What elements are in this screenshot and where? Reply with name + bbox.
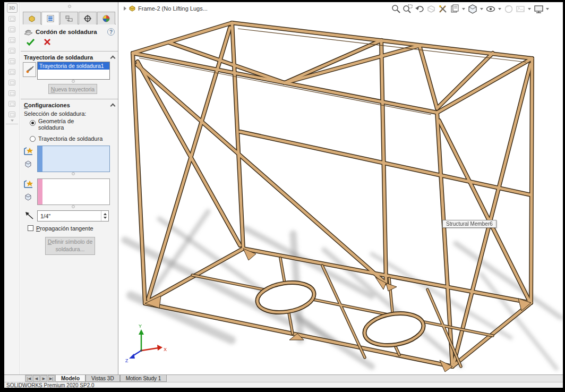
weldment-tool-icon <box>7 14 18 23</box>
tools-icon[interactable] <box>438 4 448 14</box>
first-tab-button[interactable]: |◀ <box>25 375 32 382</box>
status-bar: SOLIDWORKS Premium 2020 SP2.0 <box>4 382 563 388</box>
spin-up-icon[interactable] <box>104 213 107 215</box>
zoom-to-fit-icon[interactable] <box>391 4 401 14</box>
tab-featuremanager[interactable] <box>23 12 41 24</box>
active-selection-stripe <box>38 146 42 172</box>
tab-configurationmanager[interactable] <box>60 12 78 24</box>
weldment-tool-icon <box>7 88 18 98</box>
triad-x-label: X <box>164 347 167 352</box>
base-ring-2[interactable] <box>360 308 429 351</box>
prev-tab-button[interactable]: ◀ <box>33 375 40 382</box>
weldment-tool-icon <box>7 99 18 108</box>
dropdown-arrow-icon[interactable] <box>480 8 483 10</box>
orientation-triad: Y X Z <box>125 323 167 363</box>
hide-show-items-icon[interactable] <box>485 4 496 14</box>
structural-member-tooltip: Structural Member6 <box>442 220 496 228</box>
apply-scene-icon <box>515 4 526 14</box>
collapse-chevron-icon[interactable] <box>110 104 116 109</box>
solid-body-icon <box>23 192 33 202</box>
nueva-trayectoria-button: Nueva trayectoria <box>48 84 97 94</box>
smart-weld-selection-icon <box>23 180 34 189</box>
weldment-tool-icon <box>7 46 18 55</box>
previous-view-icon[interactable] <box>414 4 425 14</box>
spinner-arrows[interactable] <box>101 211 108 221</box>
group-label: Configuraciones <box>24 102 111 108</box>
seleccion-label: Selección de soldadura: <box>24 110 86 117</box>
configurationmanager-icon <box>65 14 73 23</box>
feature-tree-label[interactable]: Frame-2 (No Lifting Lugs... <box>138 5 208 12</box>
triad-z-label: Z <box>125 358 129 363</box>
group-header-trayectoria[interactable]: Trayectoria de soldadura <box>24 53 115 61</box>
weld-path-listbox[interactable]: Trayectoria de soldadura1 <box>37 62 110 80</box>
tab-modelo[interactable]: Modelo <box>55 375 85 382</box>
divider <box>21 51 118 52</box>
tangent-propagation-checkbox[interactable] <box>28 225 33 231</box>
weld-path-button[interactable] <box>23 62 36 77</box>
radio-trayectoria-label[interactable]: Trayectoria de soldadura <box>38 135 102 142</box>
selection-box-secondary[interactable] <box>37 178 110 205</box>
group-header-configuraciones[interactable]: Configuraciones <box>24 101 115 109</box>
view-orientation-icon[interactable] <box>467 4 478 14</box>
dropdown-arrow-icon[interactable] <box>462 8 465 10</box>
selection-box-faces[interactable] <box>37 146 110 172</box>
dimxpertmanager-icon <box>83 14 92 23</box>
graphics-viewport[interactable]: Y X Z Frame-2 (No Lifting Lugs... <box>119 2 563 374</box>
collapse-chevron-icon[interactable] <box>110 56 116 61</box>
radio-trayectoria[interactable] <box>30 136 36 142</box>
toolbar-flyout-arrow-icon <box>11 120 14 122</box>
divider <box>21 99 118 99</box>
frame-3d-model[interactable]: Y X Z <box>119 2 563 374</box>
solid-body-icon <box>23 159 33 169</box>
panel-splitter-grip[interactable] <box>68 5 71 8</box>
help-icon[interactable]: ? <box>107 28 115 36</box>
zoom-to-area-icon[interactable] <box>403 4 413 14</box>
triad-y-label: Y <box>139 323 142 329</box>
edit-appearance-icon <box>503 4 514 14</box>
document-tab-bar: |◀ ◀ ▶ ▶| Modelo Vistas 3D Motion Study … <box>4 374 563 382</box>
annotation-views-icon[interactable] <box>449 4 460 14</box>
weldment-tool-icon <box>7 24 18 34</box>
dropdown-arrow-icon[interactable] <box>528 8 531 10</box>
selection-box-resize-grip[interactable] <box>72 205 75 208</box>
next-tab-button[interactable]: ▶ <box>40 375 47 382</box>
secondary-selection-stripe <box>38 179 42 204</box>
spin-down-icon[interactable] <box>104 217 107 219</box>
weld-gun-icon <box>25 65 35 74</box>
tab-motion-study[interactable]: Motion Study 1 <box>120 375 167 382</box>
property-manager-header: Cordón de soldadura ? <box>24 27 115 37</box>
toolbar-divider <box>6 124 18 124</box>
weldment-tool-icon <box>7 78 18 87</box>
bead-size-spinbox[interactable]: 1/4" <box>37 210 109 221</box>
ok-button[interactable] <box>26 38 35 46</box>
weldments-vertical-toolbar: 3D <box>4 2 20 374</box>
radio-geometria[interactable] <box>30 120 36 126</box>
expand-tree-icon[interactable] <box>124 6 126 11</box>
selection-box-resize-grip[interactable] <box>72 172 75 175</box>
dropdown-arrow-icon[interactable] <box>498 8 501 10</box>
tab-bar-spacer <box>4 375 25 382</box>
view-settings-icon[interactable] <box>533 4 544 14</box>
tab-displaymanager[interactable] <box>97 12 115 24</box>
propertymanager-icon <box>46 14 55 23</box>
tab-propertymanager[interactable] <box>41 12 59 25</box>
flyout-feature-tree[interactable]: Frame-2 (No Lifting Lugs... <box>124 5 208 12</box>
property-manager-tab-strip <box>23 12 116 24</box>
status-bar-text: SOLIDWORKS Premium 2020 SP2.0 <box>6 382 95 388</box>
panel-title: Cordón de soldadura <box>36 29 105 35</box>
group-label: Trayectoria de soldadura <box>24 54 111 61</box>
tangent-propagation-label[interactable]: Propagación tangente <box>36 225 93 232</box>
dropdown-arrow-icon[interactable] <box>546 8 549 10</box>
last-tab-button[interactable]: ▶| <box>48 375 55 382</box>
radio-geometria-label[interactable]: Geometría de soldadura <box>38 118 87 131</box>
tab-dimxpertmanager[interactable] <box>79 12 97 24</box>
section-view-icon <box>426 4 436 14</box>
cancel-button[interactable] <box>44 38 51 46</box>
tab-vistas-3d[interactable]: Vistas 3D <box>85 375 120 382</box>
weldment-tool-icon <box>7 56 18 66</box>
solidworks-window: 3D <box>4 2 563 388</box>
listbox-resize-grip[interactable] <box>72 80 75 83</box>
bead-size-value[interactable]: 1/4" <box>38 213 101 219</box>
weld-path-list-item[interactable]: Trayectoria de soldadura1 <box>38 62 109 70</box>
property-manager-panel: Cordón de soldadura ? Trayectoria de sol… <box>21 2 118 374</box>
